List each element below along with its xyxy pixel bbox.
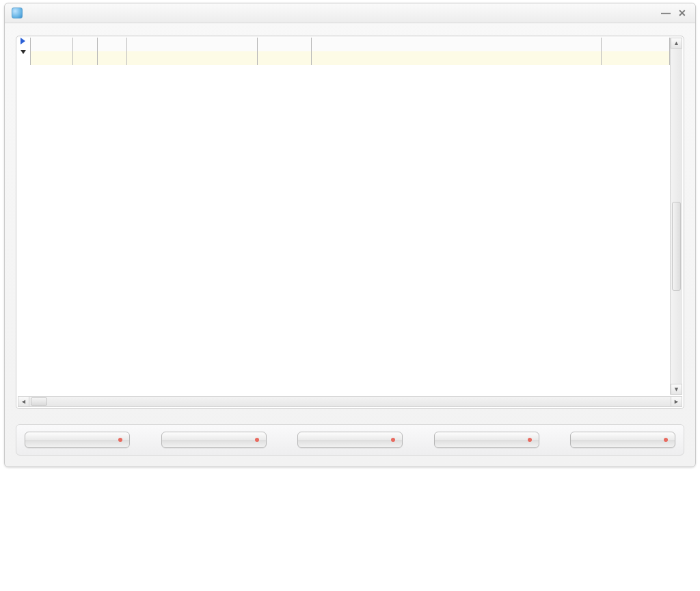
col-header-serie[interactable] [97,38,126,51]
col-header-total[interactable] [601,38,669,51]
horizontal-scrollbar[interactable]: ◄ ► [18,396,682,407]
grid-panel: ▲ ▼ ◄ ► [16,36,684,409]
dot-icon [528,438,532,442]
dot-icon [118,438,122,442]
scroll-down-button[interactable]: ▼ [671,384,682,395]
open-nfce-button[interactable] [161,432,267,448]
close-button[interactable]: ✕ [676,8,688,18]
row-indicator-gutter [18,38,30,395]
titlebar[interactable]: — ✕ [5,3,695,23]
transmit-button[interactable] [297,432,403,448]
table-header-row[interactable] [31,38,670,51]
vertical-scrollbar[interactable]: ▲ ▼ [670,38,682,395]
app-icon [12,8,23,18]
print-button[interactable] [434,432,539,448]
scroll-left-button[interactable]: ◄ [18,397,29,406]
annotation-new [45,475,152,523]
vscroll-thumb[interactable] [672,202,681,291]
dot-icon [664,438,668,442]
annotation-transmit [310,475,437,523]
col-header-mod[interactable] [72,38,97,51]
scroll-up-button[interactable]: ▲ [671,38,682,49]
dot-icon [391,438,395,442]
col-header-emissao[interactable] [126,38,258,51]
scroll-right-button[interactable]: ► [671,397,682,406]
table-filter-row[interactable] [31,51,670,65]
hscroll-thumb[interactable] [31,397,47,406]
col-header-chave[interactable] [312,38,602,51]
client-area: ▲ ▼ ◄ ► [5,23,695,467]
minimize-button[interactable]: — [660,8,672,18]
button-bar [16,424,684,456]
new-nfce-button[interactable] [25,432,130,448]
app-window: — ✕ [4,3,696,467]
grid-main[interactable] [30,38,670,395]
annotation-print [453,475,566,523]
current-row-pointer-icon [21,38,25,44]
dot-icon [255,438,259,442]
settings-button[interactable] [570,432,675,448]
annotation-open [168,475,295,523]
sort-indicator-icon [21,50,26,54]
col-header-nota[interactable] [31,38,73,51]
nfce-table[interactable] [30,38,670,65]
col-header-cancelada[interactable] [258,38,312,51]
annotation-settings [583,475,696,523]
annotations [4,475,696,523]
